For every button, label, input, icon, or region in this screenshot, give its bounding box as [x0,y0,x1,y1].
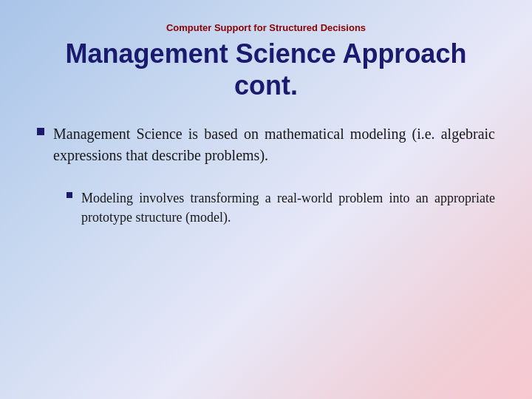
slide-subtitle: Computer Support for Structured Decision… [37,22,495,33]
sub-bullet-icon-1 [66,192,72,198]
sub-bullet-item-1: Modeling involves transforming a real-wo… [66,188,495,227]
content-area: Management Science is based on mathemati… [37,123,495,227]
sub-bullet-text-1: Modeling involves transforming a real-wo… [81,188,495,227]
bullet-text-1: Management Science is based on mathemati… [53,123,495,166]
bullet-item-1: Management Science is based on mathemati… [37,123,495,166]
slide: Computer Support for Structured Decision… [0,0,532,399]
bullet-icon-1 [37,128,44,135]
slide-title: Management Science Approach cont. [37,38,495,101]
